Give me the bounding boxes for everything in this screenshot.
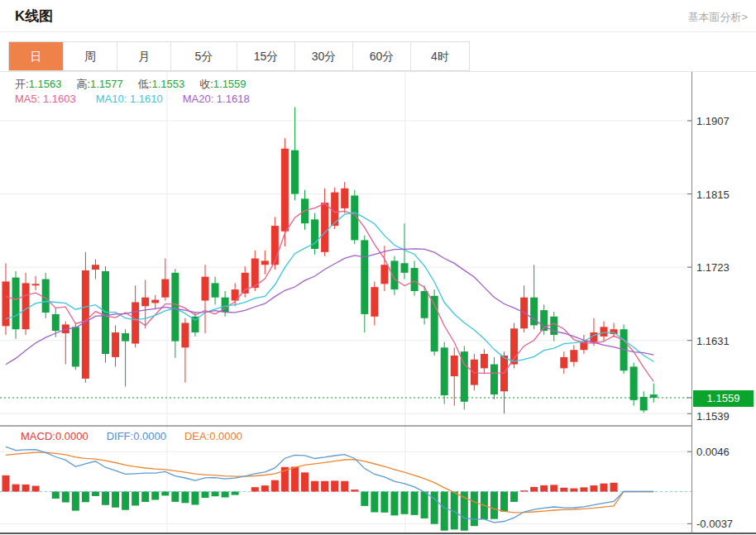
y-tick-4: 1.1631: [696, 335, 754, 347]
ohlc-legend: 开:1.1563 高:1.1577 低:1.1553 收:1.1559: [15, 77, 246, 92]
y-tick-3: 1.1723: [696, 261, 754, 274]
y-tick-min: 1.1539: [696, 410, 754, 423]
low-value: 1.1553: [151, 78, 184, 90]
high-value: 1.1577: [90, 78, 123, 90]
dea-value: DEA:0.0000: [184, 430, 242, 442]
open-label: 开:: [15, 78, 29, 90]
macd-value: MACD:0.0000: [21, 430, 89, 442]
ma10-legend: MA10: 1.1610: [96, 93, 163, 105]
high-label: 高:: [76, 78, 90, 90]
current-price-badge: 1.1559: [693, 390, 754, 407]
ma5-legend: MA5: 1.1603: [15, 93, 76, 105]
kline-app: K线图 基本面分析> 日 周 月 5分 15分 30分 60分 4时 开:1.1…: [0, 0, 756, 535]
macd-tick-max: 0.0046: [696, 446, 754, 458]
open-value: 1.1563: [29, 78, 62, 90]
y-tick-2: 1.1815: [696, 189, 754, 201]
ma-legend: MA5: 1.1603 MA10: 1.1610 MA20: 1.1618: [15, 93, 250, 105]
diff-value: DIFF:0.0000: [107, 430, 166, 442]
close-value: 1.1559: [213, 78, 246, 90]
close-label: 收:: [199, 78, 213, 90]
macd-tick-min: -0.0037: [696, 518, 754, 530]
macd-legend: MACD:0.0000 DIFF:0.0000 DEA:0.0000: [21, 430, 242, 442]
low-label: 低:: [138, 78, 152, 90]
ma20-legend: MA20: 1.1618: [183, 93, 250, 105]
y-tick-1: 1.1907: [696, 115, 754, 127]
